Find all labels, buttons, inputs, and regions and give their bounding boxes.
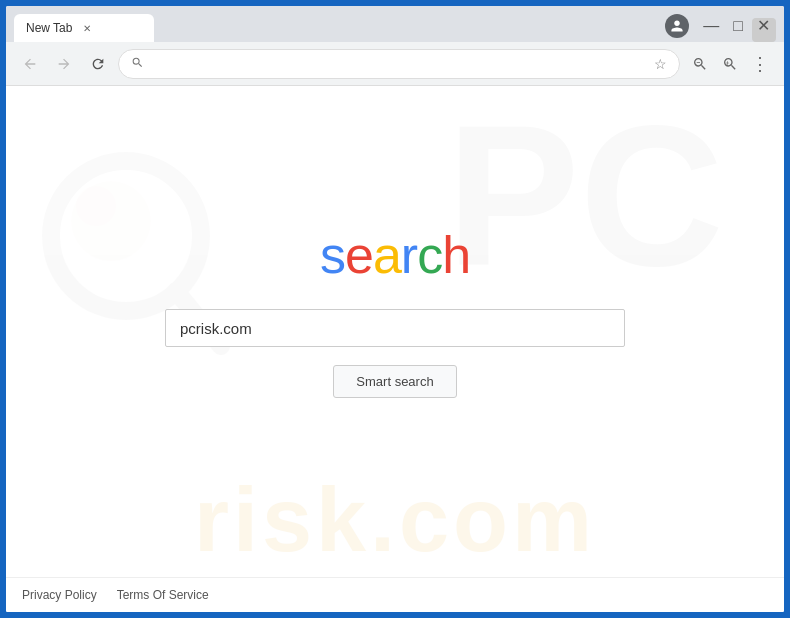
- toolbar-actions: ⋮: [686, 50, 774, 78]
- maximize-button[interactable]: □: [733, 18, 743, 34]
- tab-title: New Tab: [26, 21, 72, 35]
- browser-outer: New Tab ✕ — □ ✕: [0, 0, 790, 618]
- search-center: search Smart search: [6, 86, 784, 577]
- browser-window: New Tab ✕ — □ ✕: [6, 6, 784, 612]
- minimize-button[interactable]: —: [703, 18, 719, 34]
- smart-search-button[interactable]: Smart search: [333, 365, 456, 398]
- terms-of-service-link[interactable]: Terms Of Service: [117, 588, 209, 602]
- back-button[interactable]: [16, 50, 44, 78]
- profile-icon[interactable]: [665, 14, 689, 38]
- reload-button[interactable]: [84, 50, 112, 78]
- menu-button[interactable]: ⋮: [746, 50, 774, 78]
- logo-letter-a: a: [373, 226, 401, 284]
- zoom-in-button[interactable]: [716, 50, 744, 78]
- logo-letter-h: h: [442, 226, 470, 284]
- search-icon: [131, 56, 144, 72]
- page-footer: Privacy Policy Terms Of Service: [6, 577, 784, 612]
- title-bar: New Tab ✕ — □ ✕: [6, 6, 784, 42]
- bookmark-icon[interactable]: ☆: [654, 56, 667, 72]
- address-bar[interactable]: ☆: [118, 49, 680, 79]
- page-content: PC risk.com search Smart search Privacy …: [6, 86, 784, 612]
- logo-letter-r: r: [401, 226, 417, 284]
- close-button[interactable]: ✕: [757, 18, 770, 34]
- browser-tab[interactable]: New Tab ✕: [14, 14, 154, 42]
- logo-letter-c: c: [417, 226, 442, 284]
- zoom-out-button[interactable]: [686, 50, 714, 78]
- forward-button[interactable]: [50, 50, 78, 78]
- toolbar: ☆ ⋮: [6, 42, 784, 86]
- privacy-policy-link[interactable]: Privacy Policy: [22, 588, 97, 602]
- tab-close-button[interactable]: ✕: [80, 21, 94, 35]
- search-logo: search: [320, 225, 470, 285]
- search-input[interactable]: [165, 309, 625, 347]
- window-controls: — □ ✕: [665, 14, 770, 38]
- logo-letter-e: e: [345, 226, 373, 284]
- search-input-wrapper: [165, 309, 625, 347]
- logo-letter-s: s: [320, 226, 345, 284]
